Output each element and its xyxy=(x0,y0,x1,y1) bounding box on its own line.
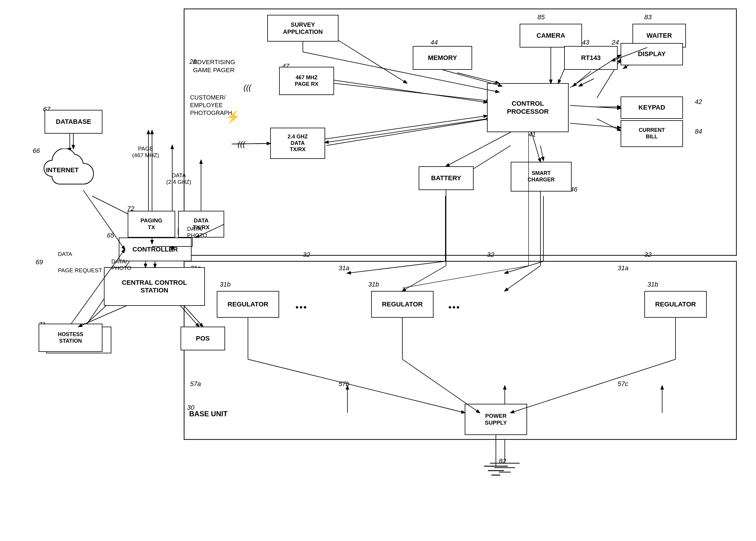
ref-84: 84 xyxy=(695,128,702,135)
page-request-label: PAGE REQUEST xyxy=(58,267,102,274)
svg-line-74 xyxy=(184,306,203,326)
ref-24: 24 xyxy=(612,39,619,46)
keypad-box: KEYPAD xyxy=(620,97,683,119)
memory-box: MEMORY xyxy=(413,46,472,70)
data-24ghz-label: DATA(2.4 GHZ) xyxy=(166,172,191,185)
ref-32-1: 32 xyxy=(303,251,310,259)
data-photo-label-1: DATA/PHOTO xyxy=(187,226,207,239)
ref-32-3: 32 xyxy=(644,251,651,259)
ref-31b-1: 31b xyxy=(220,280,231,288)
svg-line-63 xyxy=(83,190,125,250)
svg-line-44 xyxy=(570,123,620,128)
wireless-signal-1: ((( xyxy=(243,83,251,92)
wireless-signal-2: ((( xyxy=(237,140,245,149)
smart-charger-box: SMARTCHARGER xyxy=(511,162,571,192)
database-box: DATABASE xyxy=(45,110,103,134)
page-rx-box: 467 MHZPAGE RX xyxy=(279,67,334,95)
svg-line-6 xyxy=(579,79,594,86)
svg-line-51 xyxy=(505,266,541,291)
ref-43: 43 xyxy=(582,39,589,46)
control-processor-box: CONTROLPROCESSOR xyxy=(487,83,568,132)
dots-2: ••• xyxy=(448,302,461,312)
lightning-bolt: ⚡ xyxy=(226,110,240,124)
central-control-box: CENTRAL CONTROLSTATION xyxy=(104,267,205,306)
svg-line-45 xyxy=(334,80,487,103)
svg-line-9 xyxy=(597,119,620,131)
data-txrx-2ghz-box: 2.4 GHZDATATX/RX xyxy=(270,128,325,159)
svg-line-5 xyxy=(457,73,499,83)
ref-65: 65 xyxy=(107,232,114,239)
regulator3-box: REGULATOR xyxy=(644,291,707,318)
svg-line-10 xyxy=(333,83,490,101)
current-bill-box: CURRENTBILL xyxy=(620,120,683,147)
svg-line-59 xyxy=(511,359,675,413)
svg-line-28 xyxy=(505,261,544,273)
ref-57c: 57c xyxy=(618,380,628,388)
svg-line-55 xyxy=(248,359,465,413)
svg-line-43 xyxy=(570,105,620,108)
paging-tx-box: PAGINGTX xyxy=(128,211,175,238)
svg-line-13 xyxy=(541,146,544,160)
battery-box: BATTERY xyxy=(419,166,474,190)
controller-box: CONTROLLER xyxy=(119,238,191,261)
hostess-station-box: HOSTESSSTATION xyxy=(39,324,103,352)
svg-line-61 xyxy=(402,266,529,288)
ref-82: 82 xyxy=(499,457,506,465)
svg-line-48 xyxy=(446,132,511,166)
svg-line-2 xyxy=(336,39,407,83)
data-label: DATA xyxy=(58,251,72,258)
ref-85: 85 xyxy=(538,13,545,21)
page-467mhz-label: PAGE(467 MHZ) xyxy=(132,146,159,159)
svg-line-30 xyxy=(347,261,445,273)
camera-box: CAMERA xyxy=(520,24,582,48)
base-unit-label: BASE UNIT xyxy=(189,410,227,418)
svg-line-11 xyxy=(327,119,490,146)
rt143-box: RT143 xyxy=(564,46,618,70)
ref-31b-2: 31b xyxy=(368,280,379,288)
svg-line-46 xyxy=(325,116,487,139)
ref-31a-2: 31a xyxy=(338,264,349,272)
svg-text:INTERNET: INTERNET xyxy=(46,166,79,174)
svg-line-47 xyxy=(325,119,487,143)
display-box: DISPLAY xyxy=(620,43,683,65)
power-supply-box: POWERSUPPLY xyxy=(465,404,527,435)
ref-57a: 57a xyxy=(190,380,201,388)
ref-44: 44 xyxy=(431,39,438,46)
ref-42: 42 xyxy=(695,98,702,106)
survey-application-box: SURVEYAPPLICATION xyxy=(267,15,338,42)
ref-32-2: 32 xyxy=(487,251,494,259)
data-photo-label-2: DATA/PHOTO xyxy=(111,258,131,271)
pos-box: POS xyxy=(181,326,225,350)
ref-57b: 57b xyxy=(338,380,349,388)
advertising-game-pager-label: ADVERTISINGGAME PAGER xyxy=(193,58,235,74)
dots-1: ••• xyxy=(295,302,308,312)
ref-83: 83 xyxy=(644,13,651,21)
svg-line-40 xyxy=(573,71,591,86)
ref-69: 69 xyxy=(36,258,43,266)
svg-line-53 xyxy=(402,266,446,291)
ref-31a-3: 31a xyxy=(618,264,629,272)
regulator1-box: REGULATOR xyxy=(217,291,279,318)
regulator2-box: REGULATOR xyxy=(371,291,434,318)
internet-cloud: INTERNET xyxy=(25,149,100,196)
ref-31b-3: 31b xyxy=(647,280,658,288)
